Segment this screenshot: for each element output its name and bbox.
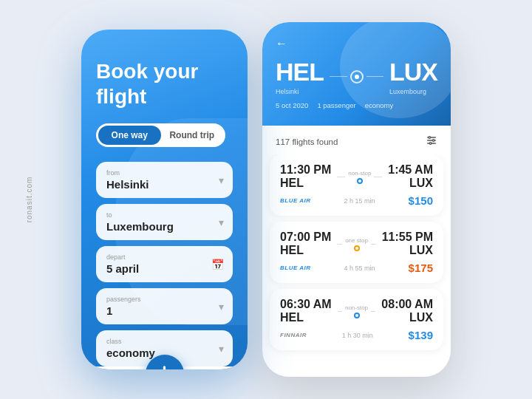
- flight-3-arrival: 08:00 AM LUX: [381, 298, 433, 324]
- svg-point-4: [432, 140, 434, 142]
- depart-value: 5 april: [106, 262, 222, 275]
- flight-3-arrival-time: 08:00 AM: [381, 298, 433, 311]
- flight-1-stop-label: non-stop: [348, 170, 371, 177]
- flight-2-stop-row: one stop: [337, 237, 375, 251]
- flight-2-price: $175: [409, 262, 433, 274]
- stop-container-2: one stop: [345, 237, 368, 251]
- route-line-right: [366, 76, 384, 77]
- stop-line-left-2: [337, 244, 342, 245]
- stop-container: non-stop: [348, 170, 371, 184]
- booking-content: Book yourflight One way Round trip from …: [81, 30, 248, 369]
- stop-line-right-3: [371, 311, 375, 312]
- flight-2-bottom: BLUE AIR 4 h 55 min $175: [280, 262, 433, 274]
- phones-container: Book yourflight One way Round trip from …: [81, 22, 451, 377]
- stop-line-left: [337, 177, 345, 177]
- flight-2-stop-dot: [354, 245, 360, 251]
- class-chevron-icon: ▾: [219, 343, 224, 355]
- flight-1-bottom: BLUE AIR 2 h 15 min $150: [280, 194, 433, 207]
- flight-3-depart: 06:30 AM HEL: [280, 298, 332, 324]
- from-chevron-icon: ▾: [219, 174, 224, 186]
- booking-phone: Book yourflight One way Round trip from …: [81, 30, 248, 369]
- flight-3-to-code: LUX: [381, 311, 433, 324]
- round-trip-button[interactable]: Round trip: [161, 126, 224, 145]
- flight-1-price: $150: [409, 194, 433, 207]
- flight-1-airline: BLUE AIR: [280, 197, 310, 204]
- from-label: from: [106, 169, 222, 177]
- from-code: HEL: [276, 58, 324, 86]
- to-chevron-icon: ▾: [219, 216, 224, 228]
- route-circle-icon: [350, 70, 364, 83]
- passengers-value: 1: [106, 304, 222, 317]
- flight-3-price: $139: [409, 329, 433, 341]
- flight-3-from-code: HEL: [280, 311, 332, 324]
- flight-2-duration: 4 h 55 min: [344, 265, 375, 272]
- flight-2-airline: BLUE AIR: [280, 265, 310, 271]
- stop-line-right: [374, 177, 382, 177]
- depart-label: depart: [106, 253, 222, 261]
- from-route: HEL Helsinki: [276, 58, 324, 95]
- svg-point-3: [429, 137, 431, 139]
- flight-2-depart-time: 07:00 PM: [280, 231, 331, 244]
- flight-3-bottom: FINNAIR 1 h 30 min $139: [280, 329, 433, 341]
- from-city: Helsinki: [276, 88, 324, 95]
- flight-header: ← HEL Helsinki LUX Luxembourg 5 oct 2020: [262, 22, 451, 126]
- flight-1-stop-dot: [357, 178, 363, 184]
- to-code: LUX: [389, 58, 437, 86]
- to-label: to: [106, 211, 222, 219]
- booking-form: from Helsinki ▾ to Luxembourg ▾ depart 5…: [96, 162, 233, 366]
- route-display: HEL Helsinki LUX Luxembourg: [276, 58, 437, 95]
- flight-3-duration: 1 h 30 min: [342, 332, 373, 339]
- back-button[interactable]: ←: [276, 37, 287, 50]
- depart-field[interactable]: depart 5 april 📅: [96, 246, 233, 282]
- flights-count: 117 flights found: [276, 137, 338, 146]
- from-value: Helsinki: [106, 178, 222, 191]
- flight-1-duration: 2 h 15 min: [344, 197, 375, 205]
- to-city: Luxembourg: [389, 88, 437, 95]
- flight-2-arrival-time: 11:55 PM: [382, 231, 433, 244]
- passengers-label: passengers: [106, 296, 222, 303]
- bottom-navigation: [96, 366, 233, 369]
- flight-1-stop-row: non-stop: [337, 170, 382, 184]
- flight-card-3[interactable]: 06:30 AM HEL non-stop 08:00 AM LUX: [270, 289, 443, 350]
- trip-type-toggle: One way Round trip: [96, 123, 225, 147]
- flight-meta: 5 oct 2020 1 passenger economy: [276, 101, 437, 109]
- flight-1-arrival: 1:45 AM LUX: [388, 163, 433, 190]
- flight-card-1[interactable]: 11:30 PM HEL non-stop 1:45 AM LUX: [270, 154, 443, 216]
- to-value: Luxembourg: [106, 220, 222, 233]
- calendar-icon: 📅: [211, 259, 224, 270]
- flight-1-depart-time: 11:30 PM: [280, 163, 331, 177]
- flight-1-arrival-time: 1:45 AM: [388, 163, 433, 177]
- flights-list-header: 117 flights found: [262, 126, 451, 154]
- flights-list: 11:30 PM HEL non-stop 1:45 AM LUX: [262, 154, 451, 377]
- passengers-field[interactable]: passengers 1 ▾: [96, 288, 233, 324]
- route-line-left: [330, 76, 347, 77]
- flight-card-2[interactable]: 07:00 PM HEL one stop 11:55 PM LUX: [270, 222, 443, 283]
- flight-2-depart: 07:00 PM HEL: [280, 231, 331, 257]
- flight-2-to-code: LUX: [382, 244, 433, 257]
- from-field[interactable]: from Helsinki ▾: [96, 162, 233, 198]
- class-label: class: [106, 338, 222, 345]
- one-way-button[interactable]: One way: [98, 126, 161, 145]
- watermark-text: ronasit.com: [25, 177, 33, 223]
- flight-3-stop-row: non-stop: [338, 304, 376, 318]
- flight-2-arrival: 11:55 PM LUX: [382, 231, 433, 257]
- flight-2-from-code: HEL: [280, 244, 331, 257]
- flight-1-depart: 11:30 PM HEL: [280, 163, 331, 190]
- flight-1-from-code: HEL: [280, 177, 331, 190]
- results-phone: ← HEL Helsinki LUX Luxembourg 5 oct 2020: [262, 22, 451, 377]
- flight-passengers: 1 passenger: [317, 101, 355, 109]
- flight-class: economy: [365, 101, 394, 109]
- flight-card-3-top: 06:30 AM HEL non-stop 08:00 AM LUX: [280, 298, 433, 324]
- flight-3-depart-time: 06:30 AM: [280, 298, 332, 311]
- to-field[interactable]: to Luxembourg ▾: [96, 204, 233, 240]
- flight-card-1-top: 11:30 PM HEL non-stop 1:45 AM LUX: [280, 163, 433, 190]
- filter-icon[interactable]: [426, 134, 437, 149]
- flight-3-stop-dot: [354, 313, 360, 318]
- flight-date: 5 oct 2020: [276, 101, 308, 109]
- stop-line-left-3: [338, 311, 342, 312]
- flight-2-stop-label: one stop: [345, 237, 368, 244]
- svg-point-5: [429, 143, 432, 145]
- stop-line-right-2: [371, 244, 376, 245]
- flight-card-2-top: 07:00 PM HEL one stop 11:55 PM LUX: [280, 231, 433, 257]
- to-route: LUX Luxembourg: [389, 58, 437, 95]
